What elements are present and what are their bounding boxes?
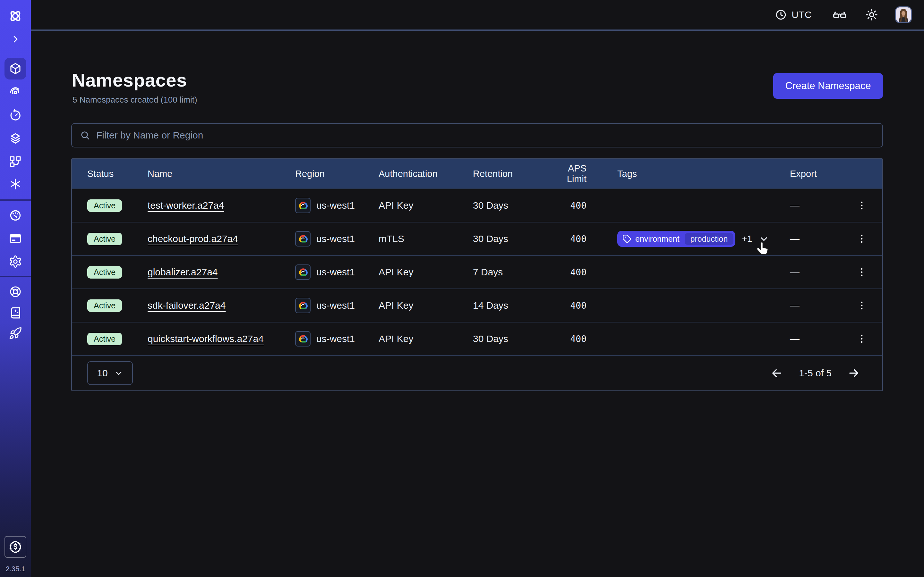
aps-limit-cell: 400	[546, 300, 602, 311]
namespace-link[interactable]: checkout-prod.a27a4	[148, 234, 238, 244]
sidebar-item-stacks-icon[interactable]	[9, 132, 22, 145]
table-row: Active sdk-failover.a27a4 us-west1 API K…	[72, 288, 882, 322]
sidebar-item-nexus-icon[interactable]	[9, 177, 22, 191]
sidebar: 2.35.1	[0, 0, 31, 577]
region-label: us-west1	[317, 267, 355, 277]
retention-cell: 30 Days	[473, 200, 546, 211]
cost-badge-dollar-icon[interactable]	[5, 536, 26, 558]
filter-bar	[71, 123, 883, 147]
gcp-region-icon	[295, 198, 310, 213]
sidebar-item-schedules-icon[interactable]	[9, 109, 22, 122]
col-header-aps-limit: APS Limit	[546, 163, 602, 184]
retention-cell: 7 Days	[473, 267, 546, 277]
namespaces-table: Status Name Region Authentication Retent…	[71, 158, 883, 391]
page-size-select[interactable]: 10	[87, 361, 133, 385]
page-subtitle: 5 Namespaces created (100 limit)	[73, 95, 197, 105]
filter-input[interactable]	[96, 130, 875, 141]
temporal-logo-icon[interactable]	[8, 8, 23, 24]
col-header-retention: Retention	[473, 169, 546, 179]
glasses-icon[interactable]	[832, 7, 847, 22]
namespace-link[interactable]: globalizer.a27a4	[148, 267, 218, 277]
gcp-region-icon	[295, 231, 310, 247]
namespace-link[interactable]: sdk-failover.a27a4	[148, 300, 226, 311]
export-cell: —	[790, 267, 841, 277]
status-badge: Active	[87, 266, 122, 279]
timezone-selector[interactable]: UTC	[775, 9, 812, 21]
sidebar-item-namespaces[interactable]	[9, 62, 22, 75]
export-cell: —	[790, 334, 841, 344]
timezone-label: UTC	[792, 9, 812, 20]
sidebar-item-insights-icon[interactable]	[9, 85, 22, 98]
theme-toggle-sun-icon[interactable]	[865, 8, 879, 21]
create-namespace-button[interactable]: Create Namespace	[773, 73, 883, 99]
aps-limit-cell: 400	[546, 334, 602, 344]
pagination-range: 1-5 of 5	[799, 367, 832, 379]
row-actions-kebab-icon[interactable]	[853, 263, 871, 281]
tag-pill[interactable]: environment production	[617, 231, 735, 247]
page-title: Namespaces	[72, 69, 187, 91]
user-avatar[interactable]	[895, 6, 912, 23]
auth-cell: API Key	[379, 334, 473, 344]
export-cell: —	[790, 300, 841, 311]
row-actions-kebab-icon[interactable]	[853, 297, 871, 314]
auth-cell: API Key	[379, 300, 473, 311]
sidebar-item-usage-icon[interactable]	[9, 209, 22, 222]
region-label: us-west1	[317, 200, 355, 211]
namespace-link[interactable]: test-worker.a27a4	[148, 200, 224, 211]
col-header-status: Status	[87, 169, 148, 179]
region-label: us-west1	[317, 234, 355, 244]
col-header-region: Region	[295, 169, 379, 179]
table-header-row: Status Name Region Authentication Retent…	[72, 159, 882, 189]
sidebar-item-getting-started-icon[interactable]	[9, 327, 22, 340]
gcp-region-icon	[295, 298, 310, 313]
export-cell: —	[790, 200, 841, 211]
auth-cell: mTLS	[379, 234, 473, 244]
status-badge: Active	[87, 199, 122, 212]
col-header-tags: Tags	[602, 169, 790, 179]
retention-cell: 14 Days	[473, 300, 546, 311]
topbar: UTC	[31, 0, 924, 31]
row-actions-kebab-icon[interactable]	[853, 197, 871, 214]
status-badge: Active	[87, 333, 122, 345]
table-row: Active test-worker.a27a4 us-west1 API Ke…	[72, 189, 882, 222]
tags-more-count: +1	[742, 234, 752, 244]
next-page-arrow[interactable]	[847, 366, 861, 380]
app-version: 2.35.1	[0, 565, 31, 573]
namespace-link[interactable]: quickstart-workflows.a27a4	[148, 334, 264, 344]
search-icon	[79, 130, 90, 141]
sidebar-item-support-icon[interactable]	[9, 285, 22, 298]
previous-page-arrow[interactable]	[770, 366, 783, 380]
sidebar-item-workflows-icon[interactable]	[9, 155, 22, 168]
row-actions-kebab-icon[interactable]	[853, 330, 871, 348]
tags-expand-chevron-icon[interactable]	[758, 234, 769, 244]
aps-limit-cell: 400	[546, 234, 602, 244]
status-badge: Active	[87, 300, 122, 312]
gcp-region-icon	[295, 331, 310, 347]
region-label: us-west1	[317, 334, 355, 344]
gcp-region-icon	[295, 264, 310, 280]
tag-key: environment	[635, 234, 680, 243]
region-label: us-west1	[317, 300, 355, 311]
col-header-export: Export	[790, 169, 841, 179]
sidebar-divider	[0, 276, 31, 277]
app-window: 2.35.1 UTC	[0, 0, 924, 577]
sidebar-expand-chevron-icon[interactable]	[11, 34, 20, 44]
aps-limit-cell: 400	[546, 267, 602, 277]
auth-cell: API Key	[379, 267, 473, 277]
table-row: Active checkout-prod.a27a4 us-west1 mTLS…	[72, 222, 882, 255]
sidebar-item-settings-icon[interactable]	[9, 255, 22, 268]
col-header-authentication: Authentication	[379, 169, 473, 179]
sidebar-item-docs-icon[interactable]	[9, 306, 22, 319]
auth-cell: API Key	[379, 200, 473, 211]
row-actions-kebab-icon[interactable]	[853, 230, 871, 248]
sidebar-item-billing-icon[interactable]	[9, 232, 22, 245]
table-row: Active quickstart-workflows.a27a4 us-wes…	[72, 322, 882, 355]
retention-cell: 30 Days	[473, 234, 546, 244]
tag-icon	[622, 234, 632, 243]
tags-cell: environment production +1	[602, 231, 790, 247]
aps-limit-cell: 400	[546, 200, 602, 211]
pagination-bar: 10 1-5 of 5	[72, 355, 882, 390]
col-header-name: Name	[148, 169, 295, 179]
clock-icon	[775, 9, 787, 21]
sidebar-divider	[0, 199, 31, 201]
